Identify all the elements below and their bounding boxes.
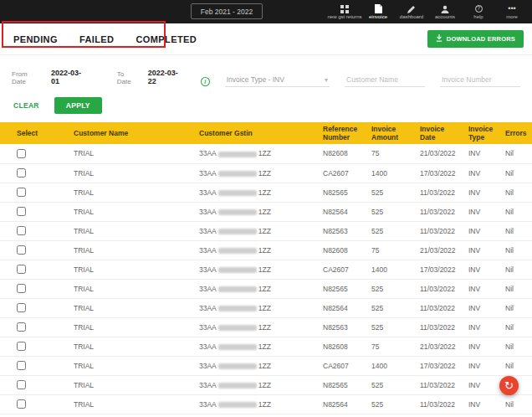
gstin-redaction	[218, 286, 257, 292]
table-header-row: SelectCustomer NameCustomer GstinReferen…	[0, 122, 532, 144]
row-checkbox[interactable]	[17, 322, 26, 332]
cell-customer-name: TRIAL	[67, 260, 192, 279]
date-range-selector[interactable]: Feb 2021 - 2022	[191, 3, 263, 19]
gstin-redaction	[218, 248, 257, 254]
cell-invoice-amount: 525	[365, 202, 413, 221]
cell-reference-number: N82564	[316, 202, 365, 221]
to-date-value[interactable]: 2022-03-22	[148, 69, 186, 87]
nav-accounts[interactable]: accounts	[428, 0, 462, 23]
cell-customer-gstin: 33AA1ZZ	[192, 240, 316, 260]
tab-failed[interactable]: FAILED	[79, 34, 115, 44]
row-checkbox[interactable]	[17, 168, 26, 178]
row-checkbox[interactable]	[17, 149, 26, 158]
cell-invoice-date: 21/03/2022	[413, 240, 462, 260]
column-header: Invoice Date	[413, 122, 462, 144]
cell-invoice-type: INV	[462, 260, 499, 279]
cell-reference-number: N82564	[316, 394, 365, 414]
gstin-redaction	[218, 363, 257, 369]
cell-invoice-type: INV	[462, 163, 499, 183]
row-checkbox[interactable]	[17, 342, 26, 351]
row-checkbox[interactable]	[17, 245, 26, 255]
cell-invoice-amount: 525	[365, 394, 413, 414]
document-icon	[375, 4, 382, 13]
cell-customer-gstin: 33AA1ZZ	[192, 163, 316, 183]
cell-invoice-type: INV	[462, 279, 499, 298]
nav-more[interactable]: ••• more	[495, 0, 529, 23]
cell-reference-number: N82565	[316, 375, 365, 394]
cell-customer-name: TRIAL	[67, 183, 192, 202]
cell-errors: Nil	[499, 144, 532, 163]
cell-customer-gstin: 33AA1ZZ	[192, 298, 316, 317]
row-checkbox[interactable]	[17, 188, 26, 197]
gstin-redaction	[218, 229, 257, 234]
table-row: TRIAL33AA1ZZN8256452511/03/2022INVNil	[0, 394, 532, 414]
download-errors-label: DOWNLOAD ERRORS	[447, 35, 515, 43]
cell-customer-name: TRIAL	[67, 163, 192, 183]
cell-select	[0, 221, 67, 240]
help-icon: ?	[475, 4, 483, 13]
nav-label: more	[506, 14, 518, 19]
nav-einvoice[interactable]: einvoice	[361, 0, 395, 23]
cell-customer-name: TRIAL	[67, 356, 192, 375]
cell-invoice-type: INV	[462, 317, 499, 337]
cell-invoice-type: INV	[462, 337, 499, 356]
cell-customer-name: TRIAL	[67, 337, 192, 356]
cell-errors: Nil	[499, 394, 532, 414]
cell-customer-name: TRIAL	[67, 298, 192, 317]
row-checkbox[interactable]	[17, 265, 26, 274]
nav-help[interactable]: ? help	[462, 0, 495, 23]
cell-customer-gstin: 33AA1ZZ	[192, 375, 316, 394]
cell-invoice-amount: 525	[365, 221, 413, 240]
cell-customer-gstin: 33AA1ZZ	[192, 221, 316, 240]
row-checkbox[interactable]	[17, 207, 26, 216]
cell-select	[0, 144, 67, 163]
table-row: TRIAL33AA1ZZN8256552511/03/2022INVNil	[0, 375, 532, 394]
cell-customer-gstin: 33AA1ZZ	[192, 356, 316, 375]
invoice-type-select[interactable]: Invoice Type - INV ▾	[225, 75, 330, 87]
cell-invoice-date: 11/03/2022	[413, 375, 462, 394]
gstin-redaction	[218, 171, 257, 177]
row-checkbox[interactable]	[17, 361, 26, 370]
cell-invoice-date: 11/03/2022	[413, 202, 462, 221]
from-date-value[interactable]: 2022-03-01	[51, 69, 89, 87]
cell-customer-gstin: 33AA1ZZ	[192, 202, 316, 221]
nav-dashboard[interactable]: dashboard	[395, 0, 428, 23]
cell-customer-name: TRIAL	[67, 240, 192, 260]
row-checkbox[interactable]	[17, 303, 26, 312]
cell-invoice-date: 11/03/2022	[413, 221, 462, 240]
row-checkbox[interactable]	[17, 399, 26, 409]
tab-completed[interactable]: COMPLETED	[136, 34, 197, 44]
cell-invoice-amount: 75	[365, 240, 413, 260]
nav-new-gst-returns[interactable]: new gst returns	[328, 0, 361, 23]
row-checkbox[interactable]	[17, 380, 26, 389]
cell-errors: Nil	[499, 317, 532, 337]
cell-invoice-date: 11/03/2022	[413, 183, 462, 202]
einvoice-app: Feb 2021 - 2022 new gst returns einvoice…	[0, 0, 532, 417]
download-errors-button[interactable]: DOWNLOAD ERRORS	[427, 30, 524, 48]
cell-errors: Nil	[499, 163, 532, 183]
gstin-redaction	[218, 190, 257, 196]
cell-invoice-amount: 525	[365, 298, 413, 317]
cell-select	[0, 356, 67, 375]
row-checkbox[interactable]	[17, 284, 26, 293]
cell-errors: Nil	[499, 240, 532, 260]
cell-invoice-amount: 525	[365, 375, 413, 394]
row-checkbox[interactable]	[17, 226, 26, 235]
table-body: TRIAL33AA1ZZN826087521/03/2022INVNilTRIA…	[0, 144, 532, 414]
cell-invoice-type: INV	[462, 144, 499, 163]
cell-invoice-type: INV	[462, 202, 499, 221]
tab-pending[interactable]: PENDING	[13, 34, 58, 44]
info-icon[interactable]: i	[201, 77, 210, 86]
customer-name-input[interactable]	[345, 75, 425, 87]
cell-invoice-amount: 1400	[365, 163, 413, 183]
invoice-number-input[interactable]	[440, 75, 520, 87]
clear-button[interactable]: CLEAR	[13, 101, 39, 110]
column-header: Select	[0, 122, 67, 144]
cell-reference-number: N82608	[316, 240, 365, 260]
cell-invoice-type: INV	[462, 356, 499, 375]
cell-reference-number: N82564	[316, 298, 365, 317]
cell-errors: Nil	[499, 202, 532, 221]
refresh-fab[interactable]: ↻	[499, 376, 519, 395]
apply-button[interactable]: APPLY	[54, 97, 102, 114]
nav-label: dashboard	[400, 14, 423, 19]
